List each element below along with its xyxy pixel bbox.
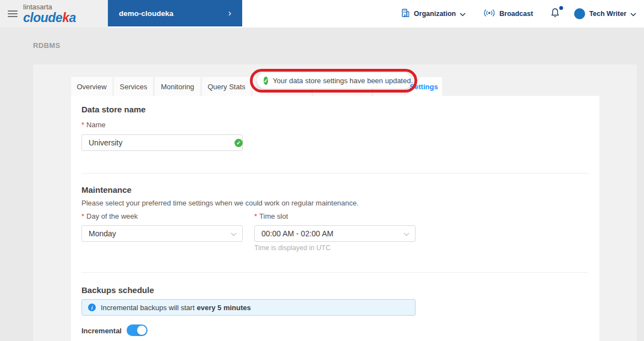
day-of-week-value: Monday <box>89 229 116 238</box>
hamburger-menu-icon[interactable] <box>8 10 18 17</box>
organization-menu[interactable]: Organization <box>401 8 466 20</box>
chevron-right-icon: › <box>228 8 231 18</box>
time-slot-value: 00:00 AM - 02:00 AM <box>261 229 334 238</box>
section-divider <box>81 272 588 273</box>
valid-check-icon: ✓ <box>234 139 243 147</box>
incremental-backup-info-banner: i Incremental backups will startevery 5 … <box>81 299 416 316</box>
logo-cloudeka-text: cloudeka <box>23 10 76 25</box>
user-menu[interactable]: Tech Writer <box>574 8 636 19</box>
notification-dot <box>559 6 563 10</box>
tab-overview[interactable]: Overview <box>71 77 112 96</box>
breadcrumb: RDBMS <box>33 41 61 50</box>
required-mark: * <box>254 212 257 220</box>
maintenance-description: Please select your preferred time settin… <box>81 199 359 207</box>
chevron-down-icon <box>460 9 466 19</box>
header-left-section: lintasarta cloudeka <box>0 0 108 28</box>
rdbms-card: Overview Services Monitoring Query Stats… <box>33 64 637 341</box>
required-mark: * <box>81 212 84 220</box>
name-input[interactable] <box>81 134 243 151</box>
info-icon: i <box>88 304 96 311</box>
backups-heading: Backups schedule <box>81 285 154 295</box>
chevron-down-icon <box>403 229 410 238</box>
app-header: lintasarta cloudeka demo-cloudeka › Orga… <box>0 0 644 28</box>
tab-label: Services <box>120 83 148 91</box>
header-right-section: Organization Broadcast Tech Writer <box>401 0 644 28</box>
toggle-knob <box>137 326 146 335</box>
organization-label: Organization <box>414 10 456 18</box>
tab-query-stats[interactable]: Query Stats <box>202 77 251 96</box>
user-name: Tech Writer <box>589 10 626 18</box>
tab-label: Overview <box>77 83 106 91</box>
time-slot-label: *Time slot <box>254 212 288 220</box>
chevron-down-icon <box>231 229 237 238</box>
cloudeka-logo: lintasarta cloudeka <box>23 3 76 24</box>
tab-label: Monitoring <box>161 83 194 91</box>
day-of-week-label: *Day of the week <box>81 212 138 220</box>
tab-services[interactable]: Services <box>114 77 153 96</box>
tab-monitoring[interactable]: Monitoring <box>155 77 200 96</box>
notifications-button[interactable] <box>550 8 560 20</box>
user-avatar <box>574 8 585 19</box>
time-slot-select[interactable]: 00:00 AM - 02:00 AM <box>254 225 416 242</box>
success-check-icon: ✓ <box>264 77 268 85</box>
incremental-toggle-label: Incremental <box>81 327 122 335</box>
day-of-week-select[interactable]: Monday <box>81 225 243 242</box>
broadcast-icon <box>483 9 495 19</box>
maintenance-heading: Maintenance <box>81 185 132 194</box>
logo-lintasarta-text: lintasarta <box>23 3 76 11</box>
data-store-heading: Data store name <box>81 105 146 114</box>
name-field-label: *Name <box>81 121 106 129</box>
organization-icon <box>401 8 410 20</box>
project-name: demo-cloudeka <box>119 9 173 18</box>
chevron-down-icon <box>630 9 636 19</box>
utc-note: Time is displayed in UTC <box>254 244 330 252</box>
success-toast: ✓ Your data store settings have been upd… <box>257 73 412 89</box>
incremental-toggle[interactable] <box>127 324 148 336</box>
section-divider <box>81 173 588 174</box>
settings-panel: Data store name *Name ✓ Maintenance Plea… <box>71 96 599 341</box>
bell-icon <box>550 8 560 20</box>
tab-label: Query Stats <box>208 83 245 91</box>
tab-label: Settings <box>410 83 438 91</box>
banner-message: Incremental backups will startevery 5 mi… <box>101 302 251 312</box>
toast-message: Your data store settings have been updat… <box>272 77 413 85</box>
broadcast-label: Broadcast <box>499 10 533 18</box>
broadcast-menu[interactable]: Broadcast <box>483 9 533 19</box>
required-mark: * <box>81 121 84 129</box>
project-selector-button[interactable]: demo-cloudeka › <box>108 0 242 26</box>
